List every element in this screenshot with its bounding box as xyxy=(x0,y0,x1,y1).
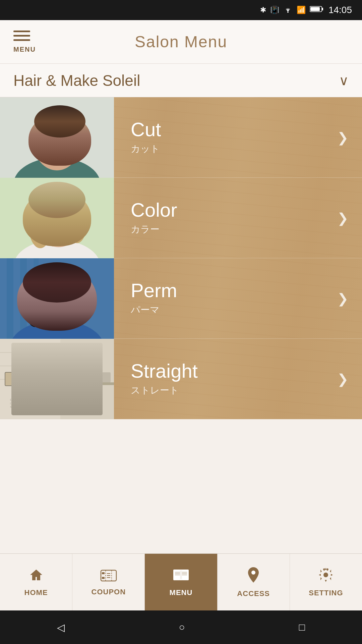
app-content: MENU Salon Menu Hair & Make Soleil ∨ xyxy=(0,20,362,553)
svg-point-87 xyxy=(323,573,328,577)
svg-rect-35 xyxy=(50,312,64,327)
status-bar: ✱ 📳 📶 14:05 xyxy=(0,0,362,20)
svg-point-61 xyxy=(40,385,54,397)
svg-point-43 xyxy=(60,300,66,304)
android-nav: ◁ ○ □ xyxy=(0,610,362,644)
svg-rect-8 xyxy=(50,149,64,166)
bottom-nav: HOME COUPON xyxy=(0,553,362,610)
svg-point-36 xyxy=(35,279,79,328)
svg-rect-59 xyxy=(47,389,57,409)
recent-button[interactable]: □ xyxy=(299,622,305,633)
menu-items-container: Cut カット ❯ xyxy=(0,97,362,419)
menu-item-content-perm: Perm パーマ ❯ xyxy=(114,258,362,338)
svg-rect-3 xyxy=(310,7,320,11)
svg-point-86 xyxy=(251,571,255,575)
svg-rect-58 xyxy=(25,371,39,387)
chevron-right-icon-cut: ❯ xyxy=(337,130,349,145)
home-icon xyxy=(29,568,44,586)
svg-point-54 xyxy=(23,352,38,366)
menu-book-icon xyxy=(173,568,189,586)
svg-point-25 xyxy=(34,198,70,218)
svg-point-46 xyxy=(54,309,60,314)
menu-title-en-perm: Perm xyxy=(131,281,177,300)
menu-title-ja-cut: カット xyxy=(131,143,161,155)
battery-icon xyxy=(310,6,323,14)
menu-title-en-color: Color xyxy=(131,200,177,220)
bluetooth-icon: ✱ xyxy=(260,6,266,14)
svg-point-12 xyxy=(62,125,80,153)
back-button[interactable]: ◁ xyxy=(57,622,65,633)
menu-item-text-color: Color カラー xyxy=(131,200,177,236)
menu-item-text-perm: Perm パーマ xyxy=(131,281,177,316)
menu-list: Cut カット ❯ xyxy=(0,97,362,419)
svg-point-53 xyxy=(21,350,40,368)
chevron-right-icon-perm: ❯ xyxy=(337,291,349,306)
nav-item-access[interactable]: ACCESS xyxy=(218,554,290,610)
status-icons: ✱ 📳 📶 xyxy=(260,5,323,15)
nav-item-menu[interactable]: MENU xyxy=(145,554,217,610)
menu-item-content-color: Color カラー ❯ xyxy=(114,178,362,258)
menu-title-en-cut: Cut xyxy=(131,120,161,139)
menu-item-cut[interactable]: Cut カット ❯ xyxy=(0,97,362,178)
svg-point-15 xyxy=(54,150,60,154)
svg-rect-66 xyxy=(97,372,111,382)
menu-bar-3 xyxy=(13,39,30,41)
menu-item-straight[interactable]: Cafe OCEAN BLVD San Diego Straight ストレート… xyxy=(0,339,362,419)
wifi-icon xyxy=(283,5,293,15)
svg-point-26 xyxy=(52,221,57,225)
chevron-right-icon-color: ❯ xyxy=(337,210,349,226)
menu-image-straight: Cafe OCEAN BLVD San Diego xyxy=(0,339,114,419)
svg-rect-64 xyxy=(67,366,80,382)
menu-item-perm[interactable]: Perm パーマ ❯ xyxy=(0,258,362,339)
nav-label-coupon: COUPON xyxy=(92,588,126,596)
svg-rect-51 xyxy=(0,366,60,366)
svg-point-10 xyxy=(33,112,81,149)
menu-image-color xyxy=(0,178,114,258)
svg-point-0 xyxy=(287,11,289,13)
svg-point-45 xyxy=(60,306,68,311)
menu-item-content-straight: Straight ストレート ❯ xyxy=(114,339,362,419)
svg-point-13 xyxy=(48,144,53,147)
svg-point-39 xyxy=(69,273,89,324)
svg-point-41 xyxy=(68,296,80,318)
svg-rect-47 xyxy=(0,339,114,419)
svg-rect-73 xyxy=(102,572,105,574)
menu-bar-1 xyxy=(13,31,30,32)
vibrate-icon: 📳 xyxy=(270,6,279,14)
nav-label-menu: MENU xyxy=(170,588,193,597)
page-title: Salon Menu xyxy=(135,33,227,51)
svg-point-40 xyxy=(34,297,47,320)
svg-point-37 xyxy=(30,267,84,310)
nav-item-home[interactable]: HOME xyxy=(0,554,72,610)
coupon-icon xyxy=(100,568,117,585)
svg-rect-31 xyxy=(7,258,13,339)
svg-point-24 xyxy=(67,200,87,243)
menu-item-text-cut: Cut カット xyxy=(131,120,161,155)
svg-rect-50 xyxy=(0,352,60,353)
chevron-right-icon-straight: ❯ xyxy=(337,371,349,387)
menu-button[interactable]: MENU xyxy=(13,31,36,53)
menu-item-text-straight: Straight ストレート xyxy=(131,361,198,397)
home-button[interactable]: ○ xyxy=(179,622,185,633)
menu-item-color[interactable]: Color カラー ❯ xyxy=(0,178,362,258)
svg-point-9 xyxy=(34,118,80,170)
svg-point-28 xyxy=(56,228,61,231)
status-time: 14:05 xyxy=(328,5,352,15)
menu-title-ja-perm: パーマ xyxy=(131,304,177,316)
svg-rect-57 xyxy=(5,372,22,386)
menu-bar-2 xyxy=(13,35,30,37)
svg-point-16 xyxy=(38,151,53,161)
setting-icon xyxy=(318,567,334,586)
svg-text:OCEAN BLVD: OCEAN BLVD xyxy=(10,402,27,405)
svg-point-27 xyxy=(62,221,67,224)
svg-point-62 xyxy=(50,383,64,395)
nav-label-home: HOME xyxy=(24,588,48,597)
menu-image-cut xyxy=(0,97,114,178)
svg-rect-63 xyxy=(62,382,114,385)
nav-item-coupon[interactable]: COUPON xyxy=(72,554,145,610)
svg-rect-30 xyxy=(0,258,114,339)
salon-name: Hair & Make Soleil xyxy=(13,71,140,90)
chevron-down-icon: ∨ xyxy=(339,73,349,88)
salon-selector[interactable]: Hair & Make Soleil ∨ xyxy=(0,64,362,97)
nav-item-setting[interactable]: SETTING xyxy=(290,554,362,610)
